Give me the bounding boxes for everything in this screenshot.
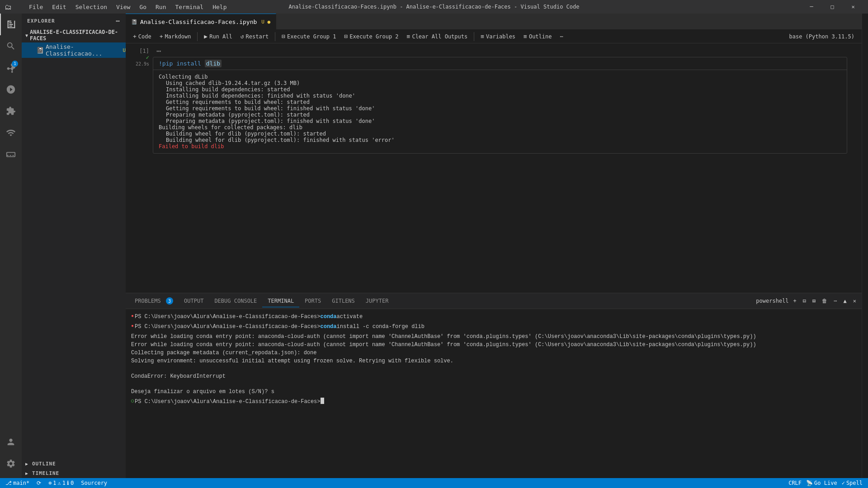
menu-view[interactable]: View [113,3,134,11]
title-bar: 🗂 File Edit Selection View Go Run Termin… [0,0,868,14]
menu-go[interactable]: Go [136,3,150,11]
status-right: CRLF 📡 Go Live ✓ Spell [787,480,864,486]
sync-status[interactable]: ⟳ [35,480,43,486]
svg-rect-5 [9,24,13,25]
branch-status[interactable]: ⎇ main* [4,480,31,486]
more-options-button[interactable]: ⋯ [557,32,567,41]
activity-run-debug[interactable] [0,79,22,100]
activity-search[interactable] [0,35,22,57]
menu-selection[interactable]: Selection [72,3,111,11]
menu-help[interactable]: Help [209,3,230,11]
window-title: Analise-Classificacao-Faces.ipynb - Anal… [289,4,580,10]
activity-extensions[interactable] [0,100,22,122]
svg-rect-1 [8,21,9,28]
menu-bar[interactable]: File Edit Selection View Go Run Terminal… [25,3,230,11]
more-terminal-icon[interactable]: ⋯ [832,298,839,304]
maximize-terminal-icon[interactable]: ▲ [842,298,849,304]
toolbar-separator-3 [474,32,474,41]
editor-area: 📓 Analise-Classificacao-Faces.ipynb U ● … [126,14,862,478]
term-green-dot: ◯ [131,398,134,404]
svg-rect-4 [9,22,12,23]
cell-time: 22.9s [136,61,149,66]
term-error-line-0: Error while loading conda entry point: a… [131,333,856,341]
minimize-button[interactable]: ─ [801,0,822,14]
notebook-filename: Analise-Classificacao... [46,43,121,57]
tree-file-notebook[interactable]: 📓 Analise-Classificacao... U [22,42,126,58]
execute-group1-button[interactable]: ⊟ Execute Group 1 [278,32,340,41]
cell-body[interactable]: !pip install dlib Collecting dLib Using … [153,57,847,154]
menu-terminal[interactable]: Terminal [172,3,208,11]
menu-file[interactable]: File [25,3,47,11]
clear-outputs-button[interactable]: ≡ Clear All Outputs [403,32,472,41]
tab-gitlens[interactable]: GITLENS [326,295,360,307]
maximize-button[interactable]: □ [822,0,843,14]
cell-code[interactable]: !pip install dlib [153,57,847,70]
output-line-6: Preparing metadata (pyproject.toml): sta… [159,112,841,118]
term-collecting-line: Collecting package metadata (current_rep… [131,349,856,357]
errors-icon: ⊗ [48,480,52,486]
execute-group2-button[interactable]: ⊟ Execute Group 2 [340,32,402,41]
close-terminal-icon[interactable]: ✕ [851,298,858,304]
sourcery-status[interactable]: Sourcery [79,480,109,486]
add-terminal-icon[interactable]: + [792,298,798,304]
errors-status[interactable]: ⊗ 1 ⚠ 1 ℹ 0 [47,480,75,486]
cell-1: [1] ✓ 22.9s ⋯ !pip install dlib [126,43,862,155]
activity-testing[interactable] [0,144,22,165]
tab-debug-console[interactable]: DEBUG CONSOLE [209,295,262,307]
add-code-button[interactable]: + Code [129,32,155,41]
run-all-button[interactable]: ▶ Run All [200,32,236,41]
info-icon: ℹ [67,480,69,486]
term-red-dot-1: ● [131,323,134,329]
outline-button[interactable]: ≡ Outline [520,32,555,41]
go-live-button[interactable]: 📡 Go Live [804,480,839,486]
outline-header[interactable]: ▶ OUTLINE [22,459,126,469]
tab-jupyter[interactable]: JUPYTER [360,295,394,307]
sidebar-header-icons[interactable]: ⋯ [116,17,120,24]
go-live-icon: 📡 [806,480,813,486]
window-controls[interactable]: ─ □ ✕ [801,0,863,14]
terminal-body[interactable]: ● PS C:\Users\joaov\Alura\Analise-e-Clas… [126,309,862,478]
notebook-icon: 📓 [131,19,137,25]
output-line-4: Getting requirements to build wheel: sta… [159,99,841,105]
close-button[interactable]: ✕ [843,0,863,14]
cell-index: [1] [139,48,149,54]
add-markdown-button[interactable]: + Markdown [156,32,195,41]
term-conda-error-line: CondaError: KeyboardInterrupt [131,372,856,380]
tab-ports[interactable]: PORTS [299,295,326,307]
restart-button[interactable]: ↺ Restart [237,32,272,41]
restart-icon: ↺ [241,33,244,40]
tab-problems[interactable]: PROBLEMS 3 [129,295,179,307]
terminal-tabs: PROBLEMS 3 OUTPUT DEBUG CONSOLE TERMINAL… [126,293,862,309]
outline-arrow-icon: ▶ [25,461,28,466]
sourcery-label: Sourcery [81,480,107,486]
variables-button[interactable]: ≡ Variables [477,32,519,41]
cell-actions: ⋯ [153,45,854,57]
tree-project-root[interactable]: ▼ ANALISE-E-CLASSIFICACAO-DE-FACES [22,28,126,42]
activity-explorer[interactable] [0,14,22,35]
kernel-label[interactable]: base (Python 3.11.5) [786,33,859,41]
tab-terminal[interactable]: TERMINAL [262,295,299,307]
kernel-selector[interactable]: base (Python 3.11.5) [786,33,859,41]
split-terminal-icon[interactable]: ⊟ [801,298,808,304]
tab-output[interactable]: OUTPUT [179,295,209,307]
debug-console-label: DEBUG CONSOLE [214,298,257,304]
timeline-header[interactable]: ▶ TIMELINE [22,469,126,478]
activity-remote-explorer[interactable] [0,122,22,144]
spell-status[interactable]: ✓ Spell [840,480,864,486]
kill-terminal-icon[interactable]: 🗑 [820,298,829,304]
menu-run[interactable]: Run [152,3,170,11]
menu-edit[interactable]: Edit [48,3,70,11]
activity-accounts[interactable] [0,431,22,453]
cell-number: [1] [139,48,149,54]
markdown-label: Markdown [165,33,191,40]
output-line-10: Building wheel for dlib (pyproject.toml)… [159,137,841,143]
new-file-icon[interactable]: ⋯ [116,17,120,24]
crlf-status[interactable]: CRLF [787,480,803,486]
terminal-layout-icon[interactable]: ⊞ [811,298,817,304]
activity-source-control[interactable]: 1 [0,57,22,79]
pkg-name: dlib [205,60,222,67]
variables-label: Variables [486,33,515,40]
cell-menu-icon[interactable]: ⋯ [153,47,161,55]
tab-notebook[interactable]: 📓 Analise-Classificacao-Faces.ipynb U ● [126,14,276,29]
activity-settings[interactable] [0,453,22,474]
